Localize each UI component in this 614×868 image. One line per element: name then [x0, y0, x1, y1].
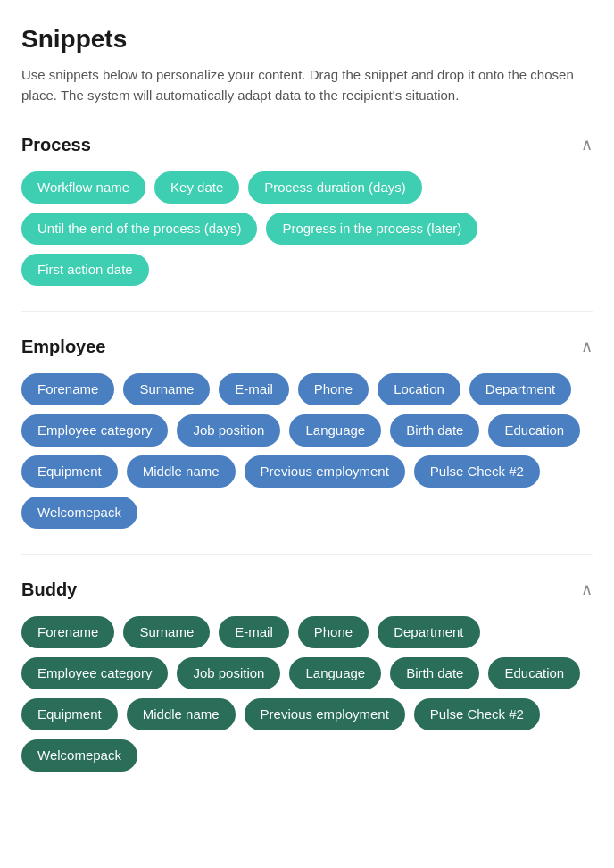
chip-employee-8[interactable]: Language: [289, 414, 381, 447]
chip-employee-0[interactable]: Forename: [21, 373, 114, 405]
section-header-buddy: Buddy∧: [21, 580, 593, 600]
section-header-employee: Employee∧: [21, 337, 593, 357]
chip-employee-1[interactable]: Surname: [123, 373, 210, 405]
chip-employee-11[interactable]: Equipment: [21, 455, 118, 488]
chip-buddy-4[interactable]: Department: [378, 616, 479, 648]
chip-buddy-1[interactable]: Surname: [123, 616, 210, 648]
chip-employee-5[interactable]: Department: [469, 373, 571, 405]
chip-process-5[interactable]: First action date: [21, 254, 149, 286]
chip-employee-3[interactable]: Phone: [298, 373, 369, 405]
chip-buddy-13[interactable]: Pulse Check #2: [414, 698, 540, 730]
section-title-employee: Employee: [21, 337, 105, 357]
chip-employee-4[interactable]: Location: [378, 373, 460, 405]
chip-process-1[interactable]: Key date: [154, 171, 239, 204]
chip-process-4[interactable]: Progress in the process (later): [266, 213, 477, 245]
chip-employee-10[interactable]: Education: [488, 414, 580, 447]
chips-container-buddy: ForenameSurnameE-mailPhoneDepartmentEmpl…: [21, 616, 593, 772]
chip-buddy-8[interactable]: Birth date: [390, 657, 479, 689]
chip-buddy-5[interactable]: Employee category: [21, 657, 168, 689]
chip-buddy-10[interactable]: Equipment: [21, 698, 118, 730]
divider-0: [21, 311, 593, 312]
chevron-up-icon-buddy[interactable]: ∧: [581, 580, 593, 599]
chip-buddy-9[interactable]: Education: [488, 657, 580, 689]
chip-employee-7[interactable]: Job position: [177, 414, 280, 447]
chips-container-process: Workflow nameKey dateProcess duration (d…: [21, 171, 593, 286]
section-process: Process∧Workflow nameKey dateProcess dur…: [21, 135, 593, 286]
chip-buddy-7[interactable]: Language: [289, 657, 381, 689]
chip-buddy-3[interactable]: Phone: [298, 616, 369, 648]
page-title: Snippets: [21, 25, 593, 54]
chevron-up-icon-employee[interactable]: ∧: [581, 337, 593, 356]
chip-process-2[interactable]: Process duration (days): [248, 171, 421, 204]
chip-employee-6[interactable]: Employee category: [21, 414, 168, 447]
chevron-up-icon-process[interactable]: ∧: [581, 135, 593, 154]
section-employee: Employee∧ForenameSurnameE-mailPhoneLocat…: [21, 337, 593, 529]
chip-buddy-14[interactable]: Welcomepack: [21, 739, 137, 772]
chip-employee-12[interactable]: Middle name: [127, 455, 236, 488]
chip-employee-13[interactable]: Previous employment: [245, 455, 405, 488]
chip-process-0[interactable]: Workflow name: [21, 171, 145, 204]
divider-1: [21, 554, 593, 555]
chip-buddy-11[interactable]: Middle name: [127, 698, 236, 730]
chip-buddy-0[interactable]: Forename: [21, 616, 114, 648]
page-description: Use snippets below to personalize your c…: [21, 64, 593, 106]
chip-employee-15[interactable]: Welcomepack: [21, 497, 137, 529]
chip-employee-14[interactable]: Pulse Check #2: [414, 455, 540, 488]
chip-buddy-12[interactable]: Previous employment: [245, 698, 405, 730]
chip-process-3[interactable]: Until the end of the process (days): [21, 213, 257, 245]
chip-employee-9[interactable]: Birth date: [390, 414, 479, 447]
chip-buddy-2[interactable]: E-mail: [219, 616, 289, 648]
chip-employee-2[interactable]: E-mail: [219, 373, 289, 405]
chip-buddy-6[interactable]: Job position: [177, 657, 280, 689]
chips-container-employee: ForenameSurnameE-mailPhoneLocationDepart…: [21, 373, 593, 529]
section-title-process: Process: [21, 135, 91, 155]
section-header-process: Process∧: [21, 135, 593, 155]
section-title-buddy: Buddy: [21, 580, 77, 600]
section-buddy: Buddy∧ForenameSurnameE-mailPhoneDepartme…: [21, 580, 593, 772]
